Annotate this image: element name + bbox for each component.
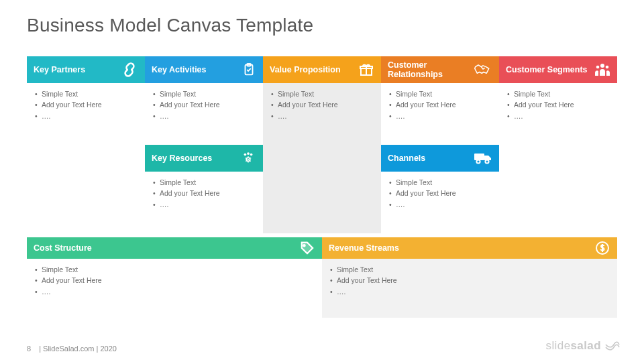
truck-icon — [474, 152, 492, 165]
col-custrel-channels: Customer Relationships Simple Text Add y… — [381, 56, 499, 233]
bullets-channels: Simple Text Add your Text Here …. — [388, 177, 492, 210]
header-key-activities: Key Activities — [145, 56, 263, 83]
bmc-bottom-row: Cost Structure Simple Text Add your Text… — [27, 237, 617, 318]
block-channels: Channels Simple Text Add your Text Here … — [381, 145, 499, 233]
bullets-key-partners: Simple Text Add your Text Here …. — [34, 88, 138, 121]
header-key-partners: Key Partners — [27, 56, 145, 83]
header-key-resources: Key Resources — [145, 145, 263, 172]
label-value-prop: Value Proposition — [270, 65, 341, 74]
price-tag-icon — [299, 241, 315, 255]
label-revenue-streams: Revenue Streams — [329, 243, 399, 253]
bullet: …. — [153, 111, 256, 121]
label-cost-structure: Cost Structure — [34, 243, 92, 253]
col-activities-resources: Key Activities Simple Text Add your Text… — [145, 56, 263, 233]
bullets-revenue-streams: Simple Text Add your Text Here …. — [329, 264, 610, 297]
bullets-cust-seg: Simple Text Add your Text Here …. — [506, 88, 610, 121]
block-revenue-streams: Revenue Streams Simple Text Add your Tex… — [322, 237, 617, 318]
people-gear-icon — [240, 151, 256, 166]
header-cost-structure: Cost Structure — [27, 237, 322, 259]
block-key-activities: Key Activities Simple Text Add your Text… — [145, 56, 263, 145]
bullet: Simple Text — [389, 177, 492, 188]
block-cost-structure: Cost Structure Simple Text Add your Text… — [27, 237, 322, 318]
dollar-circle-icon — [594, 240, 610, 256]
svg-point-4 — [244, 154, 247, 156]
bmc-top-row: Key Partners Simple Text Add your Text H… — [27, 56, 617, 233]
bullet: …. — [271, 111, 374, 121]
bullet: Simple Text — [153, 177, 256, 188]
bullet: Add your Text Here — [153, 188, 256, 198]
bullet: …. — [153, 199, 256, 210]
people-icon — [594, 62, 610, 77]
slide: Business Model Canvas Template Key Partn… — [0, 0, 644, 362]
bullet: Simple Text — [507, 88, 610, 99]
body-key-partners: Simple Text Add your Text Here …. — [27, 83, 145, 233]
bullet: …. — [389, 111, 492, 121]
footer: 8 | SlideSalad.com | 2020 — [27, 345, 117, 353]
brand-logo: slidesalad — [546, 339, 620, 353]
bullet: Add your Text Here — [35, 99, 138, 110]
svg-point-3 — [248, 159, 249, 160]
brand-part1: slide — [546, 339, 571, 353]
body-channels: Simple Text Add your Text Here …. — [381, 172, 499, 233]
bullet: Simple Text — [35, 88, 138, 99]
bullet: …. — [35, 111, 138, 121]
body-key-resources: Simple Text Add your Text Here …. — [145, 172, 263, 233]
bullets-key-activities: Simple Text Add your Text Here …. — [152, 88, 256, 121]
header-cust-rel: Customer Relationships — [381, 56, 499, 83]
svg-point-10 — [476, 160, 480, 163]
bullet: Simple Text — [330, 264, 610, 275]
bullets-value-prop: Simple Text Add your Text Here …. — [270, 88, 374, 121]
svg-point-15 — [303, 245, 305, 247]
bullet: Add your Text Here — [330, 275, 610, 286]
bullet: …. — [389, 199, 492, 210]
svg-point-5 — [247, 152, 250, 155]
label-key-activities: Key Activities — [152, 65, 207, 74]
chain-icon — [121, 61, 138, 78]
brand-part2: salad — [571, 339, 601, 353]
svg-point-12 — [600, 64, 604, 68]
bullets-cust-rel: Simple Text Add your Text Here …. — [388, 88, 492, 121]
page-number: 8 — [27, 345, 31, 353]
bullet: …. — [507, 111, 610, 121]
bmc-canvas: Key Partners Simple Text Add your Text H… — [27, 56, 617, 318]
label-channels: Channels — [388, 154, 425, 163]
svg-point-14 — [606, 66, 609, 69]
gift-icon — [358, 62, 374, 78]
bullets-cost-structure: Simple Text Add your Text Here …. — [34, 264, 315, 297]
block-key-resources: Key Resources Simple Text Add your Text … — [145, 145, 263, 233]
body-revenue-streams: Simple Text Add your Text Here …. — [322, 259, 617, 318]
col-value-prop: Value Proposition Simple Text Add your T… — [263, 56, 381, 233]
bullet: Simple Text — [35, 264, 315, 275]
body-key-activities: Simple Text Add your Text Here …. — [145, 83, 263, 145]
header-revenue-streams: Revenue Streams — [322, 237, 617, 259]
bullet: Add your Text Here — [389, 99, 492, 110]
footer-credit: | SlideSalad.com | 2020 — [39, 345, 117, 353]
page-title: Business Model Canvas Template — [27, 15, 313, 36]
body-cust-rel: Simple Text Add your Text Here …. — [381, 83, 499, 145]
body-cost-structure: Simple Text Add your Text Here …. — [27, 259, 322, 318]
bullet: Simple Text — [153, 88, 256, 99]
header-channels: Channels — [381, 145, 499, 172]
block-key-partners: Key Partners Simple Text Add your Text H… — [27, 56, 145, 233]
bullet: Simple Text — [389, 88, 492, 99]
bullet: Add your Text Here — [271, 99, 374, 110]
body-cust-seg: Simple Text Add your Text Here …. — [499, 83, 617, 233]
label-key-partners: Key Partners — [34, 65, 85, 74]
header-value-prop: Value Proposition — [263, 56, 381, 83]
header-cust-seg: Customer Segments — [499, 56, 617, 83]
svg-point-13 — [596, 66, 600, 69]
block-cust-seg: Customer Segments Simple Text Add your T… — [499, 56, 617, 233]
brand-swirl-icon — [605, 341, 620, 351]
bullet: Add your Text Here — [507, 99, 610, 110]
bullet: Simple Text — [271, 88, 374, 99]
bullet: Add your Text Here — [35, 275, 315, 286]
clipboard-icon — [241, 62, 256, 77]
bullet: …. — [330, 286, 610, 297]
svg-point-11 — [485, 160, 488, 163]
col-cust-seg: Customer Segments Simple Text Add your T… — [499, 56, 617, 233]
block-cust-rel: Customer Relationships Simple Text Add y… — [381, 56, 499, 145]
label-cust-rel: Customer Relationships — [388, 60, 470, 80]
bullets-key-resources: Simple Text Add your Text Here …. — [152, 177, 256, 210]
svg-rect-9 — [474, 154, 484, 160]
bullet: …. — [35, 286, 315, 297]
